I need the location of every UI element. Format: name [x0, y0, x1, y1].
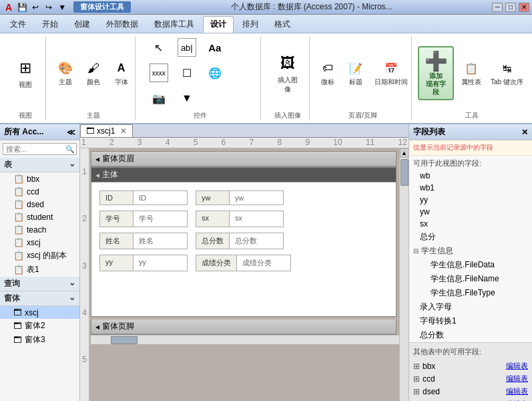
nav-section-header-查询[interactable]: 查询⌄ — [0, 277, 79, 291]
ribbon-tab-create[interactable]: 创建 — [67, 16, 97, 33]
form-field-3-0[interactable]: yyyy — [99, 255, 188, 271]
scroll-up-btn[interactable]: ▲ — [400, 148, 409, 158]
nav-section-header-表[interactable]: 表⌄ — [0, 158, 79, 172]
window-controls: ─ □ ✕ — [492, 3, 529, 12]
field-item-yy[interactable]: yy — [409, 194, 532, 206]
undo-qat-btn[interactable]: ↩ — [29, 1, 41, 13]
edit-table-link-bbx[interactable]: 编辑表 — [506, 361, 528, 371]
extra-field-总分数[interactable]: 总分数 — [409, 328, 532, 342]
field-item-wb1[interactable]: wb1 — [409, 182, 532, 194]
nav-item-dsed[interactable]: 📋dsed — [0, 198, 79, 211]
form-field-0-1[interactable]: ywyw — [196, 190, 284, 205]
other-table-student[interactable]: ⊞student编辑表 — [409, 398, 532, 401]
ribbon-tab-format[interactable]: 格式 — [267, 16, 298, 33]
extra-field-字母转换1[interactable]: 字母转换1 — [409, 314, 532, 328]
textbox-btn[interactable]: ab| — [174, 36, 200, 59]
edit-table-link-dsed[interactable]: 编辑表 — [506, 386, 528, 396]
insert-image-btn[interactable]: 🖼 插入图像 — [271, 48, 304, 98]
redo-qat-btn[interactable]: ↪ — [43, 1, 55, 13]
select-btn[interactable]: ↖ — [146, 36, 172, 59]
nav-item-student[interactable]: 📋student — [0, 211, 79, 223]
datetime-btn[interactable]: 📅 日期和时间 — [371, 57, 411, 89]
student-info-field-学生信息.FileType[interactable]: 学生信息.FileType — [420, 286, 532, 300]
label-btn[interactable]: Aa — [202, 36, 228, 59]
form-field-0-0[interactable]: IDID — [99, 190, 188, 205]
student-info-field-学生信息.FileData[interactable]: 学生信息.FileData — [420, 258, 532, 272]
form-footer-bar[interactable]: ◂ 窗体页脚 — [91, 319, 396, 334]
nav-item-表1[interactable]: 📋表1 — [0, 263, 79, 277]
h-scroll-thumb[interactable] — [111, 336, 138, 344]
form-field-2-0[interactable]: 姓名姓名 — [99, 233, 188, 249]
ribbon-tab-dbtools[interactable]: 数据库工具 — [147, 16, 202, 33]
ribbon-tab-arrange[interactable]: 排列 — [235, 16, 266, 33]
nav-pane-collapse-btn[interactable]: ≪ — [67, 128, 75, 137]
maximize-btn[interactable]: □ — [505, 3, 516, 12]
other-table-ccd[interactable]: ⊞ccd编辑表 — [409, 372, 532, 385]
nav-item-xscj[interactable]: 📋xscj — [0, 236, 79, 249]
other-table-bbx[interactable]: ⊞bbx编辑表 — [409, 360, 532, 372]
form-field-1-0[interactable]: 学号学号 — [99, 211, 188, 227]
field-item-总分[interactable]: 总分 — [409, 230, 532, 244]
form-body-bar[interactable]: ◂ 主体 — [91, 168, 396, 182]
nav-item-bbx[interactable]: 📋bbx — [0, 172, 79, 185]
view-group-items: ⊞ 视图 — [9, 36, 42, 110]
nav-item-icon: 📋 — [13, 199, 24, 209]
close-btn[interactable]: ✕ — [519, 3, 529, 12]
qat-more-btn[interactable]: ▼ — [56, 1, 68, 13]
combobox-btn[interactable]: ☐ — [174, 61, 200, 84]
other-tables-list: ⊞bbx编辑表⊞ccd编辑表⊞dsed编辑表⊞student编辑表⊞teach编… — [409, 360, 532, 401]
form-field-2-1[interactable]: 总分数总分数 — [196, 233, 284, 249]
properties-btn[interactable]: 📋 属性表 — [458, 57, 484, 89]
v-scrollbar[interactable]: ▲ ▼ — [399, 148, 409, 401]
themes-btn[interactable]: 🎨 主题 — [53, 57, 78, 89]
tab-order-btn[interactable]: ↹ Tab 键次序 — [488, 57, 526, 89]
form-field-3-1[interactable]: 成绩分类成绩分类 — [196, 255, 291, 271]
nav-item-窗体2[interactable]: 🗔窗体2 — [0, 319, 79, 333]
ribbon-tab-home[interactable]: 开始 — [35, 16, 65, 33]
save-qat-btn[interactable]: 💾 — [16, 1, 28, 13]
nav-item-xscj 的副本[interactable]: 📋xscj 的副本 — [0, 249, 79, 263]
minimize-btn[interactable]: ─ — [492, 3, 503, 12]
form-tab-close-btn[interactable]: ✕ — [120, 126, 127, 136]
form-header-bar[interactable]: ◂ 窗体页眉 — [91, 152, 396, 166]
view-btn[interactable]: ⊞ 视图 — [9, 53, 42, 93]
ribbon-tab-file[interactable]: 文件 — [3, 16, 33, 33]
colors-btn[interactable]: 🖌 颜色 — [81, 57, 106, 89]
nav-item-窗体3[interactable]: 🗔窗体3 — [0, 333, 79, 347]
header-footer-items: 🏷 微标 📝 标题 📅 日期和时间 — [315, 36, 411, 110]
nav-section-header-窗体[interactable]: 窗体⌄ — [0, 291, 79, 306]
other-table-dsed[interactable]: ⊞dsed编辑表 — [409, 385, 532, 398]
form-field-1-1[interactable]: sxsx — [196, 211, 284, 227]
scroll-thumb[interactable] — [401, 159, 409, 186]
insert-image-label: 插入图像 — [276, 76, 300, 94]
nav-item-ccd[interactable]: 📋ccd — [0, 185, 79, 198]
ribbon-group-insert-image: 🖼 插入图像 插入图像 — [266, 36, 310, 120]
title-btn[interactable]: 📝 标题 — [343, 57, 368, 89]
form-tab-xscj1[interactable]: 🗔 xscj1 ✕ — [80, 124, 133, 137]
ribbon-tab-design[interactable]: 设计 — [203, 16, 234, 33]
ribbon-tab-external[interactable]: 外部数据 — [99, 16, 146, 33]
edit-table-link-ccd[interactable]: 编辑表 — [506, 374, 528, 384]
fonts-btn[interactable]: A 字体 — [109, 57, 134, 89]
nav-item-xscj[interactable]: 🗔xscj — [0, 306, 79, 319]
hyperlink-btn[interactable]: 🌐 — [202, 61, 228, 84]
field-item-sx[interactable]: sx — [409, 218, 532, 230]
field-item-wb[interactable]: wb — [409, 170, 532, 182]
logo-btn[interactable]: 🏷 微标 — [315, 57, 340, 89]
field-list-close-btn[interactable]: ✕ — [521, 128, 528, 137]
collapse-body-icon: ◂ — [95, 170, 99, 180]
other-tables-section: 其他表中的可用字段: ⊞bbx编辑表⊞ccd编辑表⊞dsed编辑表⊞studen… — [409, 342, 532, 401]
quick-access-toolbar: A 💾 ↩ ↪ ▼ — [3, 1, 71, 13]
add-existing-field-btn[interactable]: ➕ 添加现有字段 — [418, 46, 454, 100]
student-info-field-学生信息.FileName[interactable]: 学生信息.FileName — [420, 272, 532, 286]
field-group-student-info[interactable]: ⊟ 学生信息 — [409, 244, 532, 258]
nav-item-teach[interactable]: 📋teach — [0, 223, 79, 236]
tools-group-label: 工具 — [465, 111, 479, 120]
field-list-section-label: 可用于此视图的字段: — [409, 156, 532, 170]
more-controls-btn[interactable]: ▼ — [174, 87, 200, 110]
image-btn[interactable]: 📷 — [146, 87, 172, 110]
extra-field-录入字母[interactable]: 录入字母 — [409, 300, 532, 314]
button-btn[interactable]: xxxx — [146, 61, 172, 84]
h-scrollbar[interactable] — [91, 335, 399, 344]
field-item-yw[interactable]: yw — [409, 206, 532, 218]
